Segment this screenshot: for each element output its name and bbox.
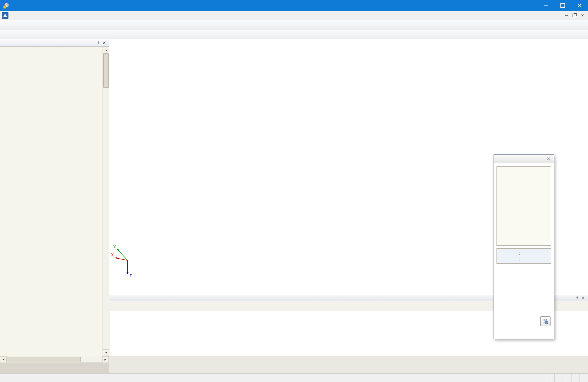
cursor-z-coordinate: [580, 374, 588, 382]
axis-y-label: Y: [113, 245, 116, 249]
workplane-indicator: [554, 374, 563, 382]
rfem-application-window: ✕ × ▲ ▼: [0, 0, 588, 382]
navigator-tab-bar: [0, 363, 109, 373]
document-minimize-button[interactable]: [562, 12, 570, 19]
color-scale-legend: [496, 166, 551, 246]
status-bar: [0, 373, 588, 382]
cursor-y-coordinate: [571, 374, 580, 382]
document-close-button[interactable]: ×: [578, 12, 587, 19]
menu-bar: ×: [0, 11, 588, 20]
title-bar: ✕: [0, 0, 588, 11]
insert-toolbar: [0, 30, 588, 40]
min-label: [499, 256, 517, 262]
axis-x-label: X: [111, 253, 114, 257]
table-tab-strip: [109, 356, 588, 365]
document-restore-button[interactable]: [570, 12, 578, 19]
close-button[interactable]: ✕: [571, 0, 588, 11]
app-logo-icon: [3, 2, 10, 9]
panel-title-bar: [494, 155, 554, 163]
coordinate-system-indicator: [546, 374, 554, 382]
close-icon[interactable]: [580, 295, 586, 300]
maximize-button[interactable]: [554, 0, 571, 11]
table-manager-icon[interactable]: [2, 12, 8, 19]
max-label: [499, 251, 517, 256]
close-icon[interactable]: [101, 40, 107, 46]
standard-toolbar: [0, 20, 588, 30]
max-value: [522, 251, 537, 256]
minimize-button[interactable]: [537, 0, 554, 11]
results-panel: : :: [494, 154, 554, 339]
minmax-box: : :: [496, 248, 551, 264]
results-tree: ▲ ▼: [0, 47, 109, 356]
cursor-x-coordinate: [563, 374, 571, 382]
project-navigator: ▲ ▼ ◀ ▶: [0, 39, 109, 373]
min-value: [522, 256, 537, 262]
pin-icon[interactable]: [574, 295, 580, 300]
panel-options-button[interactable]: [540, 316, 551, 326]
close-icon[interactable]: [545, 156, 551, 162]
axis-triad: Y X Z: [110, 243, 140, 280]
navigator-horizontal-scrollbar[interactable]: ◀ ▶: [0, 356, 109, 363]
navigator-header: [0, 39, 109, 47]
axis-z-label: Z: [129, 274, 132, 278]
navigator-vertical-scrollbar[interactable]: ▲ ▼: [103, 47, 109, 356]
pin-icon[interactable]: [95, 40, 101, 46]
